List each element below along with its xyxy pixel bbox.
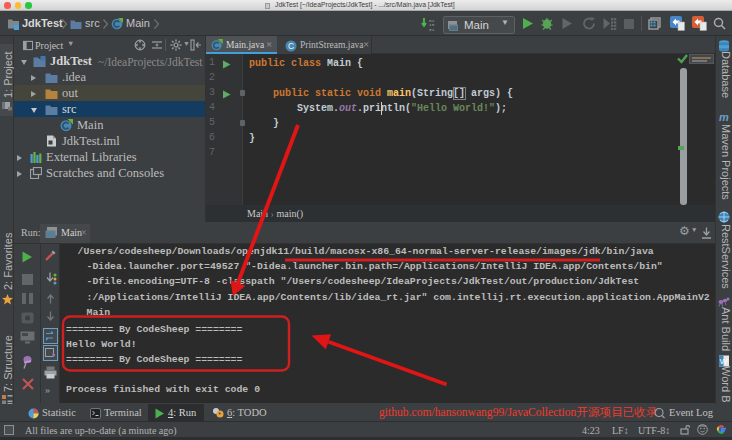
svg-text:W: W bbox=[720, 357, 728, 366]
svg-text:C: C bbox=[288, 41, 294, 51]
svg-text:01: 01 bbox=[429, 27, 435, 32]
